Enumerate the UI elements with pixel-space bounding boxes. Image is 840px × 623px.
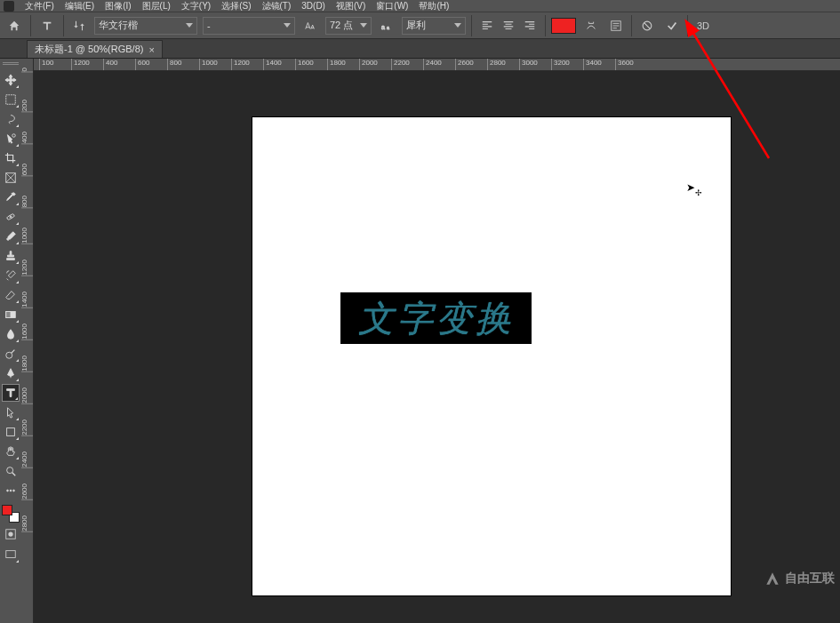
artboard[interactable]: 文字变换 ➤ ✢ — [252, 117, 731, 595]
ruler-tick: 400 — [103, 59, 117, 71]
eraser-tool[interactable] — [2, 286, 20, 304]
align-right-button[interactable] — [520, 16, 540, 36]
text-layer[interactable]: 文字变换 — [340, 292, 532, 344]
ruler-tick: 3200 — [551, 59, 570, 71]
shape-tool[interactable] — [2, 423, 20, 441]
ruler-tick: 1000 — [199, 59, 218, 71]
path-select-tool[interactable] — [2, 403, 20, 421]
ruler-tick: 1000 — [21, 228, 34, 244]
gradient-tool[interactable] — [2, 306, 20, 323]
divider — [471, 15, 472, 36]
close-icon[interactable]: × — [148, 44, 154, 55]
stamp-tool[interactable] — [2, 247, 20, 265]
home-button[interactable] — [4, 15, 25, 36]
vertical-ruler[interactable]: 0200400600800100012001400160018002000220… — [21, 59, 34, 623]
menu-select[interactable]: 选择(S) — [218, 0, 254, 13]
dodge-tool[interactable] — [2, 345, 20, 363]
chevron-down-icon — [186, 23, 193, 28]
text-content: 文字变换 — [358, 294, 515, 343]
cursor-icon: ➤ — [686, 181, 695, 194]
text-color-swatch[interactable] — [551, 18, 576, 34]
font-size-dropdown[interactable]: 72 点 — [325, 17, 372, 35]
svg-point-13 — [7, 490, 9, 491]
crop-tool[interactable] — [2, 149, 20, 167]
ruler-tick: 2600 — [455, 59, 474, 71]
eyedropper-tool[interactable] — [2, 188, 20, 206]
ruler-tick: 1800 — [21, 355, 34, 372]
chevron-down-icon — [360, 23, 367, 28]
divider — [631, 15, 632, 36]
text-align-group — [477, 16, 540, 36]
menu-view[interactable]: 视图(V) — [332, 0, 369, 13]
canvas-area: 1001200400600800100012001400160018002000… — [34, 59, 840, 623]
font-style-dropdown[interactable]: - — [203, 17, 295, 35]
quick-mask-toggle[interactable] — [2, 528, 20, 540]
ruler-tick: 2000 — [359, 59, 378, 71]
zoom-tool[interactable] — [2, 462, 20, 480]
font-family-dropdown[interactable]: 华文行楷 — [94, 17, 197, 35]
healing-tool[interactable] — [2, 208, 20, 226]
foreground-color[interactable] — [2, 505, 12, 515]
marquee-tool[interactable] — [2, 91, 20, 108]
character-panel-button[interactable] — [606, 16, 626, 36]
ruler-tick: 2800 — [487, 59, 506, 71]
watermark-text: 自由互联 — [785, 571, 835, 587]
brush-tool[interactable] — [2, 228, 20, 245]
menu-layer[interactable]: 图层(L) — [139, 0, 174, 13]
frame-tool[interactable] — [2, 169, 20, 187]
align-center-button[interactable] — [499, 16, 518, 36]
document-tab[interactable]: 未标题-1 @ 50%(RGB/8) × — [27, 40, 163, 58]
chevron-down-icon — [454, 23, 461, 28]
toolbox-grip[interactable] — [3, 62, 19, 68]
ruler-tick: 1400 — [21, 292, 34, 308]
text-orientation-toggle[interactable] — [69, 16, 89, 36]
ruler-tick: 1200 — [21, 260, 34, 276]
menu-type[interactable]: 文字(Y) — [178, 0, 214, 13]
divider — [63, 15, 64, 36]
ruler-tick: 1600 — [21, 323, 34, 340]
edit-toolbar-button[interactable] — [2, 482, 20, 499]
history-brush-tool[interactable] — [2, 267, 20, 284]
ruler-tick: 2600 — [21, 483, 34, 500]
watermark: 自由互联 — [764, 570, 835, 587]
anti-alias-dropdown[interactable]: 犀利 — [402, 17, 466, 35]
menu-help[interactable]: 帮助(H) — [415, 0, 452, 13]
svg-point-10 — [6, 352, 12, 358]
ruler-tick: 2800 — [21, 515, 34, 532]
quick-select-tool[interactable] — [2, 130, 20, 148]
viewport[interactable]: 文字变换 ➤ ✢ — [34, 71, 840, 623]
align-left-button[interactable] — [477, 16, 497, 36]
ruler-tick: 1600 — [295, 59, 314, 71]
active-tool-indicator[interactable] — [36, 15, 58, 36]
divider — [30, 15, 31, 36]
document-tab-bar: 未标题-1 @ 50%(RGB/8) × — [0, 39, 840, 59]
type-tool[interactable] — [2, 384, 20, 402]
3d-button[interactable]: 3D — [693, 20, 713, 31]
ruler-tick: 600 — [21, 164, 34, 176]
cancel-button[interactable] — [637, 16, 657, 36]
menu-window[interactable]: 窗口(W) — [372, 0, 412, 13]
ruler-tick: 100 — [39, 59, 53, 71]
options-bar: 华文行楷 - 72 点 aa 犀利 3D — [0, 12, 840, 39]
menu-image[interactable]: 图像(I) — [101, 0, 134, 13]
ruler-tick: 1200 — [231, 59, 250, 71]
pen-tool[interactable] — [2, 364, 20, 382]
ruler-tick: 2200 — [21, 419, 34, 436]
ruler-tick: 2400 — [21, 451, 34, 468]
hand-tool[interactable] — [2, 443, 20, 460]
menu-file[interactable]: 文件(F) — [21, 0, 58, 13]
menu-3d[interactable]: 3D(D) — [298, 0, 329, 12]
menu-edit[interactable]: 编辑(E) — [61, 0, 98, 13]
commit-button[interactable] — [662, 16, 682, 36]
blur-tool[interactable] — [2, 325, 20, 343]
move-tool[interactable] — [2, 71, 20, 89]
ruler-tick: 2200 — [391, 59, 410, 71]
foreground-background-colors[interactable] — [2, 505, 20, 523]
anti-alias-icon: aa — [377, 16, 396, 36]
screen-mode-button[interactable] — [2, 546, 20, 563]
horizontal-ruler[interactable]: 1001200400600800100012001400160018002000… — [34, 59, 840, 71]
ruler-tick: 600 — [135, 59, 149, 71]
warp-text-button[interactable] — [581, 16, 601, 36]
lasso-tool[interactable] — [2, 110, 20, 128]
menu-filter[interactable]: 滤镜(T) — [259, 0, 295, 13]
